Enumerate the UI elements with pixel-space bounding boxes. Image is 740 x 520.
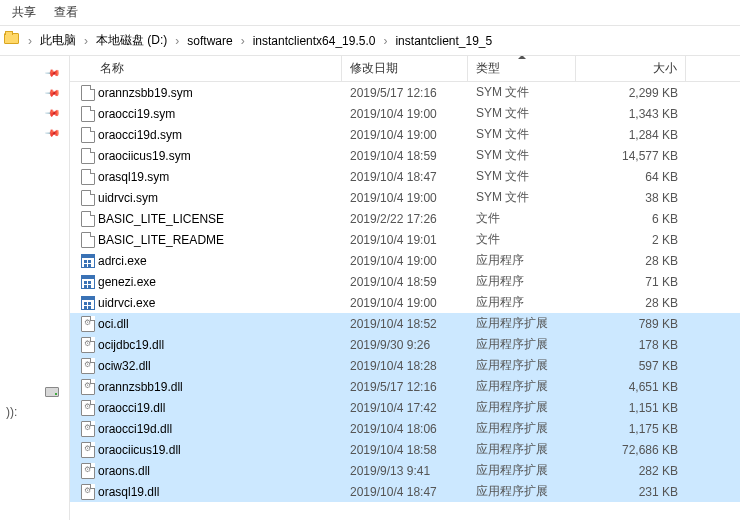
file-row[interactable]: oraocci19.sym2019/10/4 19:00SYM 文件1,343 … [70, 103, 740, 124]
file-row[interactable]: adrci.exe2019/10/4 19:00应用程序28 KB [70, 250, 740, 271]
file-name: oraons.dll [98, 464, 350, 478]
file-icon [78, 275, 98, 289]
file-icon [78, 211, 98, 227]
sidebar-pin[interactable]: 📌 [0, 82, 69, 102]
chevron-right-icon[interactable]: › [24, 34, 36, 48]
file-icon [78, 232, 98, 248]
file-name: BASIC_LITE_LICENSE [98, 212, 350, 226]
file-icon [78, 127, 98, 143]
col-size[interactable]: 大小 [576, 56, 686, 81]
file-name: orannzsbb19.sym [98, 86, 350, 100]
col-type[interactable]: 类型 [468, 56, 576, 81]
file-row[interactable]: ocijdbc19.dll2019/9/30 9:26应用程序扩展178 KB [70, 334, 740, 355]
address-bar[interactable]: › 此电脑›本地磁盘 (D:)›software›instantclientx6… [0, 26, 740, 56]
file-date: 2019/2/22 17:26 [350, 212, 476, 226]
file-row[interactable]: uidrvci.exe2019/10/4 19:00应用程序28 KB [70, 292, 740, 313]
file-icon [78, 190, 98, 206]
toolbar-share[interactable]: 共享 [12, 4, 36, 21]
chevron-right-icon[interactable]: › [237, 34, 249, 48]
file-size: 4,651 KB [584, 380, 686, 394]
sidebar-pin[interactable]: 📌 [0, 62, 69, 82]
file-size: 282 KB [584, 464, 686, 478]
file-date: 2019/10/4 18:52 [350, 317, 476, 331]
file-name: oraociicus19.dll [98, 443, 350, 457]
file-name: oraociicus19.sym [98, 149, 350, 163]
file-name: uidrvci.sym [98, 191, 350, 205]
toolbar-view[interactable]: 查看 [54, 4, 78, 21]
file-row[interactable]: orannzsbb19.dll2019/5/17 12:16应用程序扩展4,65… [70, 376, 740, 397]
file-size: 38 KB [584, 191, 686, 205]
file-row[interactable]: orasql19.dll2019/10/4 18:47应用程序扩展231 KB [70, 481, 740, 502]
file-row[interactable]: orasql19.sym2019/10/4 18:47SYM 文件64 KB [70, 166, 740, 187]
file-name: oraocci19d.sym [98, 128, 350, 142]
file-date: 2019/10/4 19:00 [350, 254, 476, 268]
file-date: 2019/10/4 18:28 [350, 359, 476, 373]
sidebar-pin[interactable]: 📌 [0, 122, 69, 142]
file-row[interactable]: oraocci19d.sym2019/10/4 19:00SYM 文件1,284… [70, 124, 740, 145]
file-size: 72,686 KB [584, 443, 686, 457]
file-name: oraocci19.dll [98, 401, 350, 415]
file-type: 文件 [476, 210, 584, 227]
file-size: 789 KB [584, 317, 686, 331]
file-row[interactable]: orannzsbb19.sym2019/5/17 12:16SYM 文件2,29… [70, 82, 740, 103]
file-icon [78, 316, 98, 332]
file-name: orannzsbb19.dll [98, 380, 350, 394]
file-date: 2019/10/4 19:01 [350, 233, 476, 247]
breadcrumb-item[interactable]: 此电脑 [36, 30, 80, 51]
file-date: 2019/9/13 9:41 [350, 464, 476, 478]
chevron-right-icon[interactable]: › [171, 34, 183, 48]
sidebar-drive[interactable] [0, 382, 69, 402]
file-size: 2 KB [584, 233, 686, 247]
disk-icon [45, 387, 59, 397]
sidebar-drive-label[interactable]: )): [0, 402, 69, 422]
col-name[interactable]: 名称 [70, 56, 342, 81]
file-row[interactable]: genezi.exe2019/10/4 18:59应用程序71 KB [70, 271, 740, 292]
file-row[interactable]: oraocci19d.dll2019/10/4 18:06应用程序扩展1,175… [70, 418, 740, 439]
breadcrumb-item[interactable]: instantclientx64_19.5.0 [249, 32, 380, 50]
file-date: 2019/10/4 19:00 [350, 128, 476, 142]
chevron-right-icon[interactable]: › [80, 34, 92, 48]
file-date: 2019/10/4 18:59 [350, 149, 476, 163]
file-size: 597 KB [584, 359, 686, 373]
toolbar: 共享 查看 [0, 0, 740, 26]
file-row[interactable]: uidrvci.sym2019/10/4 19:00SYM 文件38 KB [70, 187, 740, 208]
file-type: SYM 文件 [476, 168, 584, 185]
file-type: SYM 文件 [476, 147, 584, 164]
sort-asc-icon [518, 56, 526, 59]
file-row[interactable]: oraociicus19.dll2019/10/4 18:58应用程序扩展72,… [70, 439, 740, 460]
file-icon [78, 296, 98, 310]
sidebar-pin[interactable]: 📌 [0, 102, 69, 122]
file-name: BASIC_LITE_README [98, 233, 350, 247]
file-size: 1,175 KB [584, 422, 686, 436]
chevron-right-icon[interactable]: › [379, 34, 391, 48]
file-row[interactable]: oraons.dll2019/9/13 9:41应用程序扩展282 KB [70, 460, 740, 481]
file-date: 2019/10/4 18:47 [350, 170, 476, 184]
file-type: 应用程序扩展 [476, 378, 584, 395]
file-type: 应用程序 [476, 252, 584, 269]
file-icon [78, 85, 98, 101]
file-icon [78, 421, 98, 437]
file-icon [78, 484, 98, 500]
file-type: 应用程序 [476, 294, 584, 311]
file-row[interactable]: BASIC_LITE_README2019/10/4 19:01文件2 KB [70, 229, 740, 250]
breadcrumb-item[interactable]: software [183, 32, 236, 50]
file-type: 应用程序 [476, 273, 584, 290]
file-size: 1,343 KB [584, 107, 686, 121]
file-type: 文件 [476, 231, 584, 248]
file-row[interactable]: BASIC_LITE_LICENSE2019/2/22 17:26文件6 KB [70, 208, 740, 229]
file-row[interactable]: oraociicus19.sym2019/10/4 18:59SYM 文件14,… [70, 145, 740, 166]
file-size: 28 KB [584, 296, 686, 310]
file-type: 应用程序扩展 [476, 441, 584, 458]
folder-icon [4, 33, 20, 49]
file-name: orasql19.dll [98, 485, 350, 499]
file-row[interactable]: ociw32.dll2019/10/4 18:28应用程序扩展597 KB [70, 355, 740, 376]
file-row[interactable]: oraocci19.dll2019/10/4 17:42应用程序扩展1,151 … [70, 397, 740, 418]
breadcrumb-item[interactable]: instantclient_19_5 [391, 32, 496, 50]
file-type: 应用程序扩展 [476, 357, 584, 374]
file-date: 2019/5/17 12:16 [350, 86, 476, 100]
breadcrumb-item[interactable]: 本地磁盘 (D:) [92, 30, 171, 51]
file-name: uidrvci.exe [98, 296, 350, 310]
file-row[interactable]: oci.dll2019/10/4 18:52应用程序扩展789 KB [70, 313, 740, 334]
file-size: 1,151 KB [584, 401, 686, 415]
col-date[interactable]: 修改日期 [342, 56, 468, 81]
